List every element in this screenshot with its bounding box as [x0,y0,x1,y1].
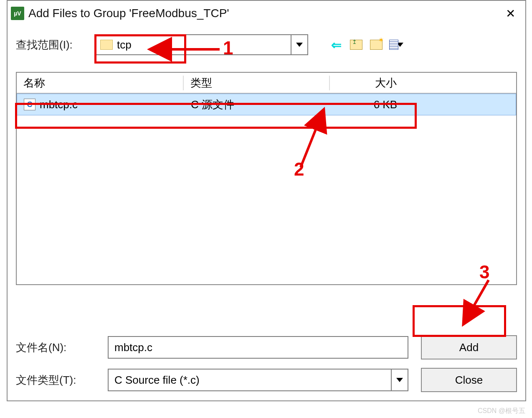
folder-icon [100,40,113,50]
dialog-title: Add Files to Group 'FreeModbus_TCP' [28,7,502,20]
up-one-level-icon[interactable] [349,38,363,51]
titlebar: µV Add Files to Group 'FreeModbus_TCP' ✕ [8,1,525,26]
nav-icons: ⇐ [329,38,403,51]
bottom-panel: 文件名(N): Add 文件类型(T): C Source file (*.c)… [8,327,525,400]
filetype-value: C Source file (*.c) [109,374,391,387]
new-folder-icon[interactable] [369,38,383,51]
chevron-down-icon [396,378,403,382]
add-files-dialog: µV Add Files to Group 'FreeModbus_TCP' ✕… [7,0,526,401]
lookin-combo[interactable]: tcp [95,34,308,55]
chevron-down-icon [296,43,303,47]
lookin-value: tcp [117,38,291,51]
file-type: C 源文件 [184,97,330,112]
file-list: 名称 类型 大小 C mbtcp.c C 源文件 6 KB [16,72,517,285]
view-menu-icon[interactable] [389,38,403,51]
close-icon[interactable]: ✕ [502,5,519,22]
filename-input[interactable] [108,336,408,359]
file-row[interactable]: C mbtcp.c C 源文件 6 KB [17,94,516,115]
lookin-dropdown-button[interactable] [291,35,307,54]
filetype-label: 文件类型(T): [16,373,95,387]
close-button[interactable]: Close [421,368,517,392]
file-size: 6 KB [330,98,405,111]
filetype-dropdown-button[interactable] [391,370,408,390]
filetype-combo[interactable]: C Source file (*.c) [108,369,408,391]
c-file-icon: C [24,99,35,110]
file-name: mbtcp.c [40,98,78,111]
back-icon[interactable]: ⇐ [329,38,343,51]
watermark: CSDN @根号五 [478,407,525,415]
add-button[interactable]: Add [421,335,517,359]
column-type-header[interactable]: 类型 [184,76,330,90]
column-name-header[interactable]: 名称 [17,76,184,90]
app-icon: µV [11,7,24,20]
filename-label: 文件名(N): [16,340,95,355]
lookin-row: 查找范围(I): tcp ⇐ [8,26,525,59]
file-list-header: 名称 类型 大小 [17,73,516,94]
lookin-label: 查找范围(I): [16,38,87,52]
column-size-header[interactable]: 大小 [330,76,405,90]
